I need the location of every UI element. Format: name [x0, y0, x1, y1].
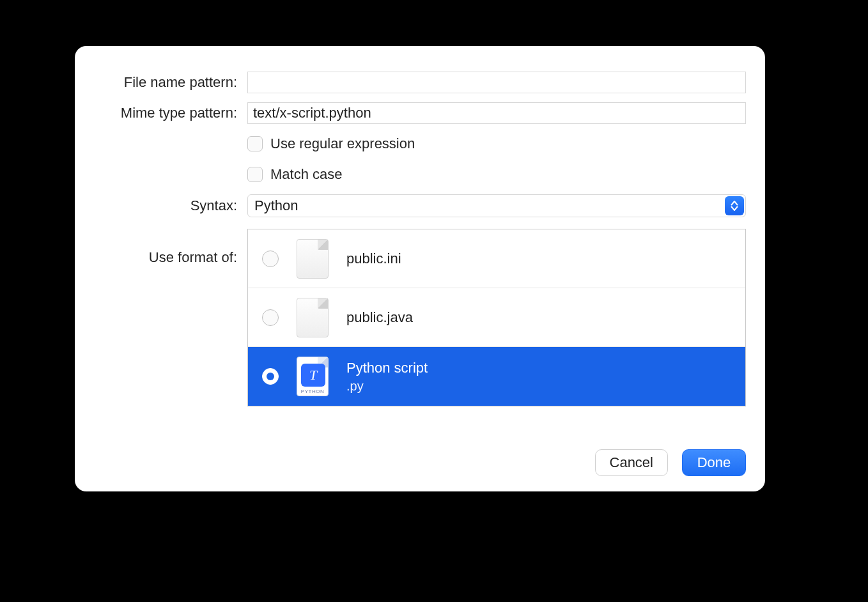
file-icon	[297, 239, 329, 279]
python-file-icon: T PYTHON	[297, 357, 329, 396]
format-option-title: public.ini	[346, 251, 401, 267]
match-case-label: Match case	[270, 166, 343, 183]
format-option-title: public.java	[346, 309, 413, 326]
match-case-checkbox[interactable]	[247, 167, 263, 182]
label-syntax: Syntax:	[94, 197, 247, 214]
label-mime-type-pattern: Mime type pattern:	[94, 105, 247, 121]
preferences-dialog: File name pattern: Mime type pattern: Us…	[75, 46, 765, 491]
format-option-ini[interactable]: public.ini	[248, 229, 745, 288]
row-syntax: Syntax: Python	[94, 194, 746, 217]
format-option-ini-radio[interactable]	[262, 251, 279, 267]
checkbox-row-regex: Use regular expression	[247, 133, 746, 155]
field-mime-type-pattern	[247, 102, 746, 124]
format-option-python-radio[interactable]	[262, 368, 279, 385]
field-syntax: Python	[247, 194, 746, 217]
format-option-title: Python script	[346, 360, 428, 376]
format-option-java-radio[interactable]	[262, 309, 279, 326]
file-icon	[297, 298, 329, 337]
updown-icon	[725, 196, 744, 215]
cancel-button-label: Cancel	[610, 454, 653, 471]
format-option-java[interactable]: public.java	[248, 288, 745, 347]
done-button-label: Done	[697, 454, 731, 471]
done-button[interactable]: Done	[682, 449, 746, 476]
field-use-format: public.ini public.java T PYTHON	[247, 229, 746, 406]
label-use-format: Use format of:	[94, 229, 247, 266]
row-use-regex: Use regular expression	[94, 133, 746, 155]
row-match-case: Match case	[94, 164, 746, 185]
row-use-format: Use format of: public.ini public.java	[94, 229, 746, 406]
cancel-button[interactable]: Cancel	[595, 449, 668, 476]
format-list: public.ini public.java T PYTHON	[247, 229, 746, 406]
row-mime-type-pattern: Mime type pattern:	[94, 102, 746, 124]
label-file-name-pattern: File name pattern:	[94, 74, 247, 91]
format-option-subtitle: .py	[346, 379, 428, 394]
button-bar: Cancel Done	[595, 449, 746, 476]
use-regex-checkbox[interactable]	[247, 136, 263, 151]
syntax-select[interactable]: Python	[247, 194, 746, 217]
field-file-name-pattern	[247, 72, 746, 93]
syntax-select-value: Python	[254, 197, 298, 214]
file-name-pattern-input[interactable]	[247, 72, 746, 93]
mime-type-pattern-input[interactable]	[247, 102, 746, 124]
use-regex-label: Use regular expression	[270, 135, 415, 152]
checkbox-row-matchcase: Match case	[247, 164, 746, 185]
format-option-python[interactable]: T PYTHON Python script .py	[248, 347, 745, 406]
row-file-name-pattern: File name pattern:	[94, 72, 746, 93]
